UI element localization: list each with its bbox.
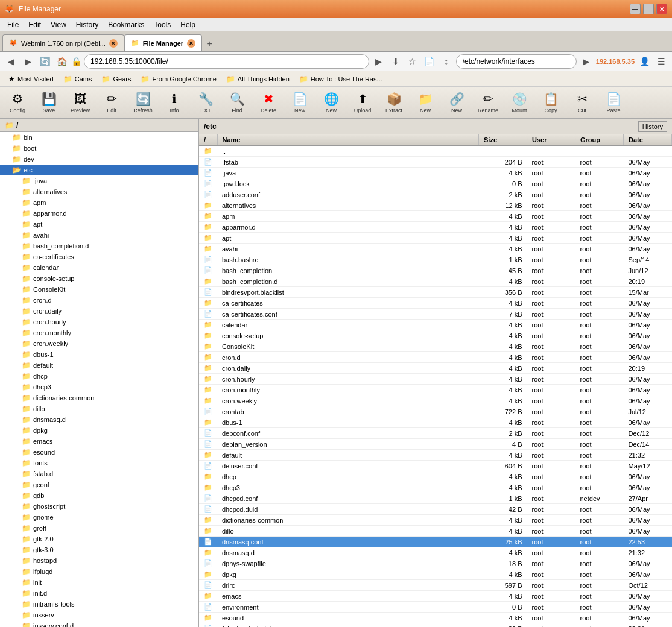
tree-dillo[interactable]: 📁 dillo: [0, 403, 198, 414]
user-icon[interactable]: 👤: [637, 54, 651, 69]
navigate-button[interactable]: ▶: [372, 54, 386, 69]
table-row[interactable]: 📄.java4 kBrootroot06/May: [199, 168, 672, 178]
toolbar-refresh[interactable]: 🔄 Refresh: [128, 88, 158, 117]
bookmarks-star[interactable]: ☆: [405, 54, 420, 69]
table-row[interactable]: 📁apt4 kBrootroot06/May: [199, 233, 672, 244]
table-row[interactable]: 📄dhcpcd.conf1 kBrootnetdev27/Apr: [199, 493, 672, 504]
table-row[interactable]: 📁apparmor.d4 kBrootroot06/May: [199, 222, 672, 233]
minimize-button[interactable]: —: [630, 4, 641, 14]
tree-gtk3[interactable]: 📁 gtk-3.0: [0, 544, 198, 555]
reload-button[interactable]: 🔄: [37, 54, 52, 69]
tree-avahi[interactable]: 📁 avahi: [0, 230, 198, 241]
table-row[interactable]: 📁apm4 kBrootroot06/May: [199, 211, 672, 222]
tree-gconf[interactable]: 📁 gconf: [0, 479, 198, 490]
back-button[interactable]: ◀: [4, 54, 18, 69]
bookmark-allthings[interactable]: 📁 All Things Hidden: [223, 74, 293, 84]
table-row[interactable]: 📄fake-hwclock.data20 Brootroot22:21: [199, 623, 672, 628]
table-row[interactable]: 📄debconf.conf2 kBrootrootDec/12: [199, 428, 672, 439]
menu-file[interactable]: File: [2, 19, 24, 30]
table-row[interactable]: 📁dpkg4 kBrootroot06/May: [199, 569, 672, 580]
toolbar-find[interactable]: 🔍 Find: [222, 88, 252, 117]
tree-boot[interactable]: 📁 boot: [0, 143, 198, 154]
menu-history[interactable]: History: [71, 19, 103, 30]
tree-emacs[interactable]: 📁 emacs: [0, 436, 198, 447]
tree-fstabd[interactable]: 📁 fstab.d: [0, 468, 198, 479]
toolbar-delete[interactable]: ✖ Delete: [253, 88, 284, 117]
col-header-user[interactable]: User: [527, 134, 575, 146]
table-row[interactable]: 📁dillo4 kBrootroot06/May: [199, 526, 672, 537]
tree-cronhourly[interactable]: 📁 cron.hourly: [0, 317, 198, 327]
table-row[interactable]: 📄deluser.conf604 BrootrootMay/12: [199, 461, 672, 471]
menu-bookmarks[interactable]: Bookmarks: [103, 19, 149, 30]
toolbar-edit[interactable]: ✏ Edit: [97, 88, 127, 117]
tree-dpkg[interactable]: 📁 dpkg: [0, 425, 198, 436]
toolbar-paste[interactable]: 📄 Paste: [598, 88, 629, 117]
tree-esound[interactable]: 📁 esound: [0, 447, 198, 458]
tree-dev[interactable]: 📁 dev: [0, 154, 198, 165]
table-row[interactable]: 📁cron.daily4 kBrootroot20:19: [199, 363, 672, 374]
toolbar-mount[interactable]: 💿 Mount: [504, 88, 534, 117]
bookmark-cams[interactable]: 📁 Cams: [60, 74, 96, 84]
tree-alternatives[interactable]: 📁 alternatives: [0, 186, 198, 197]
toolbar-cut[interactable]: ✂ Cut: [567, 88, 597, 117]
tree-cacerts[interactable]: 📁 ca-certificates: [0, 251, 198, 262]
tree-gtk2[interactable]: 📁 gtk-2.0: [0, 534, 198, 544]
table-row[interactable]: 📁avahi4 kBrootroot06/May: [199, 244, 672, 254]
table-row[interactable]: 📁..: [199, 146, 672, 157]
tree-default[interactable]: 📁 default: [0, 360, 198, 371]
toolbar-ext[interactable]: 🔧 EXT: [191, 88, 221, 117]
table-row[interactable]: 📄bash.bashrc1 kBrootrootSep/14: [199, 254, 672, 265]
bookmark-gears[interactable]: 📁 Gears: [98, 74, 135, 84]
tree-insservconfd[interactable]: 📁 insserv.conf.d: [0, 620, 198, 627]
tree-dbus1[interactable]: 📁 dbus-1: [0, 349, 198, 360]
maximize-button[interactable]: □: [643, 4, 654, 14]
table-row[interactable]: 📁alternatives12 kBrootroot06/May: [199, 200, 672, 211]
table-row[interactable]: 📄dphys-swapfile18 Brootroot06/May: [199, 558, 672, 569]
tree-etc-java[interactable]: 📁 .java: [0, 175, 198, 186]
tab-close-filemanager[interactable]: ✕: [187, 39, 195, 48]
search-go-button[interactable]: ▶: [579, 54, 594, 69]
tree-bashcompletion[interactable]: 📁 bash_completion.d: [0, 241, 198, 251]
table-row[interactable]: 📁cron.d4 kBrootroot06/May: [199, 352, 672, 363]
tree-gnome[interactable]: 📁 gnome: [0, 512, 198, 523]
table-row[interactable]: 📁calendar4 kBrootroot06/May: [199, 320, 672, 330]
tree-calendar[interactable]: 📁 calendar: [0, 262, 198, 273]
col-header-name[interactable]: Name: [217, 134, 479, 146]
home-button[interactable]: 🏠: [54, 54, 69, 69]
tree-cronmonthly[interactable]: 📁 cron.monthly: [0, 327, 198, 338]
table-row[interactable]: 📁esound4 kBrootroot06/May: [199, 613, 672, 623]
bookmark-mostvisited[interactable]: ★ Most Visited: [5, 74, 57, 84]
toolbar-config[interactable]: ⚙ Config: [2, 88, 33, 117]
toolbar-info[interactable]: ℹ Info: [159, 88, 189, 117]
tree-consolekit[interactable]: 📁 ConsoleKit: [0, 284, 198, 295]
toolbar-save[interactable]: 💾 Save: [34, 88, 64, 117]
table-row[interactable]: 📁cron.hourly4 kBrootroot06/May: [199, 374, 672, 385]
table-row[interactable]: 📄dhcpcd.duid42 Brootroot06/May: [199, 504, 672, 515]
address-input[interactable]: [84, 54, 369, 69]
toolbar-new-link[interactable]: 🔗 New: [442, 88, 472, 117]
col-header-icon[interactable]: /: [199, 134, 217, 146]
forward-button[interactable]: ▶: [21, 54, 35, 69]
table-row[interactable]: 📁console-setup4 kBrootroot06/May: [199, 330, 672, 341]
tree-bin[interactable]: 📁 bin: [0, 132, 198, 143]
tree-initramfs[interactable]: 📁 initramfs-tools: [0, 599, 198, 610]
table-row[interactable]: 📁emacs4 kBrootroot06/May: [199, 591, 672, 602]
table-row[interactable]: 📄bindresvport.blacklist356 Brootroot15/M…: [199, 287, 672, 298]
tree-gdb[interactable]: 📁 gdb: [0, 490, 198, 501]
toolbar-new-file[interactable]: 📄 New: [285, 88, 315, 117]
tree-apm[interactable]: 📁 apm: [0, 197, 198, 208]
close-button[interactable]: ✕: [656, 4, 667, 14]
tab-webmin[interactable]: 🦊 Webmin 1.760 on rpi (Debi... ✕: [2, 34, 124, 51]
menu-button[interactable]: ☰: [654, 54, 668, 69]
file-panel[interactable]: /etc History / Name Size User Group Date…: [199, 119, 672, 627]
toolbar-extract[interactable]: 📦 Extract: [379, 88, 409, 117]
menu-tools[interactable]: Tools: [149, 19, 176, 30]
tree-groff[interactable]: 📁 groff: [0, 523, 198, 534]
tree-apparmor[interactable]: 📁 apparmor.d: [0, 208, 198, 219]
tree-apt[interactable]: 📁 apt: [0, 219, 198, 230]
col-header-size[interactable]: Size: [479, 134, 527, 146]
reader-view[interactable]: 📄: [422, 54, 437, 69]
table-row[interactable]: 📄ca-certificates.conf7 kBrootroot06/May: [199, 309, 672, 320]
table-row[interactable]: 📁dhcp34 kBrootroot06/May: [199, 482, 672, 493]
new-tab-button[interactable]: +: [202, 37, 217, 51]
